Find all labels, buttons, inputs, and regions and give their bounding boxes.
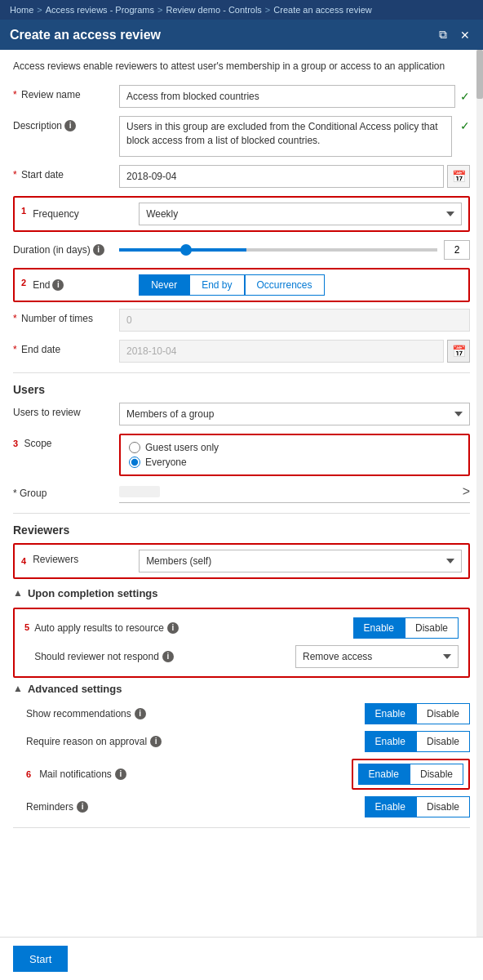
intro-text: Access reviews enable reviewers to attes… bbox=[13, 60, 470, 74]
group-label: * Group bbox=[13, 488, 119, 499]
duration-slider[interactable] bbox=[119, 248, 437, 252]
end-by-button[interactable]: End by bbox=[189, 274, 244, 296]
frequency-select[interactable]: Weekly bbox=[139, 203, 462, 225]
label-6: 6 bbox=[26, 769, 31, 779]
mail-notif-row: 6 Mail notifications i Enable Disable bbox=[13, 759, 470, 790]
scope-guest-option[interactable]: Guest users only bbox=[129, 442, 460, 453]
start-button[interactable]: Start bbox=[13, 946, 68, 972]
footer-bar: Start bbox=[0, 937, 483, 980]
scope-label: 3 Scope bbox=[13, 434, 119, 449]
auto-apply-enable-button[interactable]: Enable bbox=[353, 617, 405, 639]
end-date-row: * End date 📅 bbox=[13, 340, 470, 363]
content-area: Access reviews enable reviewers to attes… bbox=[0, 50, 483, 937]
completion-collapse-header[interactable]: ▲ Upon completion settings bbox=[13, 587, 470, 599]
advanced-section-title: Advanced settings bbox=[28, 683, 122, 695]
page-title: Create an access review bbox=[10, 28, 161, 42]
auto-apply-buttons: Enable Disable bbox=[353, 617, 459, 639]
require-reason-row: Require reason on approval i Enable Disa… bbox=[13, 731, 470, 752]
scope-everyone-option[interactable]: Everyone bbox=[129, 457, 460, 468]
require-reason-enable-button[interactable]: Enable bbox=[365, 731, 416, 752]
mail-notif-info-icon[interactable]: i bbox=[115, 768, 126, 780]
scope-guest-radio[interactable] bbox=[129, 442, 140, 453]
title-bar-actions: ⧉ ✕ bbox=[436, 26, 473, 43]
reviewers-section-box: 4 Reviewers Members (self) bbox=[13, 543, 470, 579]
require-reason-disable-button[interactable]: Disable bbox=[416, 731, 470, 752]
end-label: End i bbox=[33, 279, 139, 291]
number-of-times-row: * Number of times bbox=[13, 309, 470, 332]
show-rec-row: Show recommendations i Enable Disable bbox=[13, 703, 470, 724]
number-of-times-input[interactable] bbox=[119, 309, 470, 332]
reviewers-label: Reviewers bbox=[33, 550, 139, 565]
show-rec-label: Show recommendations i bbox=[26, 708, 365, 719]
review-name-check-icon: ✓ bbox=[460, 90, 470, 103]
frequency-label: Frequency bbox=[33, 208, 139, 220]
group-placeholder bbox=[119, 486, 160, 497]
end-occurrences-button[interactable]: Occurrences bbox=[245, 274, 325, 296]
group-chevron-icon: > bbox=[463, 484, 470, 499]
divider-2 bbox=[13, 513, 470, 514]
restore-button[interactable]: ⧉ bbox=[436, 26, 450, 43]
review-name-input[interactable] bbox=[119, 85, 455, 108]
mail-notif-label: 6 Mail notifications i bbox=[26, 768, 352, 780]
show-rec-info-icon[interactable]: i bbox=[135, 708, 146, 719]
start-date-input[interactable] bbox=[119, 165, 444, 188]
scope-everyone-radio[interactable] bbox=[129, 457, 140, 468]
advanced-collapse-icon: ▲ bbox=[13, 683, 23, 694]
divider-3 bbox=[13, 827, 470, 828]
reviewers-select[interactable]: Members (self) bbox=[139, 550, 462, 572]
scroll-track[interactable] bbox=[476, 50, 483, 937]
start-date-label: * Start date bbox=[13, 165, 119, 180]
reminders-info-icon[interactable]: i bbox=[77, 801, 88, 813]
breadcrumb-home[interactable]: Home bbox=[10, 5, 33, 15]
frequency-section: 1 Frequency Weekly bbox=[13, 196, 470, 232]
not-respond-row: Should reviewer not respond i Remove acc… bbox=[34, 645, 459, 668]
users-to-review-select[interactable]: Members of a group bbox=[119, 403, 470, 425]
description-textarea[interactable]: Users in this group are excluded from th… bbox=[119, 116, 452, 157]
not-respond-select[interactable]: Remove access bbox=[295, 645, 459, 668]
group-value-wrap[interactable]: > bbox=[119, 484, 470, 503]
description-info-icon[interactable]: i bbox=[64, 120, 76, 131]
end-row: End i Never End by Occurrences bbox=[33, 274, 462, 296]
scope-everyone-label: Everyone bbox=[145, 457, 187, 468]
reminders-enable-button[interactable]: Enable bbox=[365, 796, 416, 817]
end-never-button[interactable]: Never bbox=[139, 274, 189, 296]
users-to-review-label: Users to review bbox=[13, 403, 119, 418]
main-window: Home > Access reviews - Programs > Revie… bbox=[0, 0, 483, 980]
scope-row: 3 Scope Guest users only Everyone bbox=[13, 434, 470, 476]
collapse-icon: ▲ bbox=[13, 587, 23, 599]
require-reason-info-icon[interactable]: i bbox=[150, 736, 162, 747]
auto-apply-row: Auto apply results to resource i Enable … bbox=[34, 617, 459, 639]
show-rec-enable-button[interactable]: Enable bbox=[365, 703, 416, 724]
start-date-calendar-icon[interactable]: 📅 bbox=[447, 165, 470, 188]
scope-options: Guest users only Everyone bbox=[119, 434, 470, 476]
auto-apply-label: Auto apply results to resource i bbox=[34, 622, 352, 634]
end-date-input[interactable] bbox=[119, 340, 444, 363]
breadcrumb-controls[interactable]: Review demo - Controls bbox=[166, 5, 261, 15]
breadcrumb-programs[interactable]: Access reviews - Programs bbox=[46, 5, 154, 15]
breadcrumb-current: Create an access review bbox=[273, 5, 371, 15]
mail-notif-enable-button[interactable]: Enable bbox=[358, 764, 410, 785]
completion-box: 5 Auto apply results to resource i Enabl… bbox=[13, 608, 470, 678]
label-1: 1 bbox=[21, 203, 26, 216]
users-section-title: Users bbox=[13, 383, 470, 396]
end-info-icon[interactable]: i bbox=[52, 279, 64, 291]
close-button[interactable]: ✕ bbox=[457, 27, 473, 43]
auto-apply-info-icon[interactable]: i bbox=[167, 622, 179, 634]
reminders-disable-button[interactable]: Disable bbox=[416, 796, 470, 817]
start-date-row: * Start date 📅 bbox=[13, 165, 470, 188]
description-label: Description i bbox=[13, 116, 119, 131]
reviewers-section-title: Reviewers bbox=[13, 523, 470, 537]
review-name-row: * Review name ✓ bbox=[13, 85, 470, 108]
end-date-calendar-icon[interactable]: 📅 bbox=[447, 340, 470, 363]
number-of-times-label: * Number of times bbox=[13, 309, 119, 324]
scroll-thumb[interactable] bbox=[476, 50, 483, 99]
duration-info-icon[interactable]: i bbox=[93, 244, 104, 256]
mail-notif-disable-button[interactable]: Disable bbox=[410, 764, 463, 785]
mail-notif-box: Enable Disable bbox=[352, 759, 470, 790]
divider-1 bbox=[13, 372, 470, 373]
advanced-collapse-header[interactable]: ▲ Advanced settings bbox=[13, 683, 470, 695]
not-respond-info-icon[interactable]: i bbox=[162, 651, 174, 662]
label-4: 4 bbox=[21, 556, 26, 566]
auto-apply-disable-button[interactable]: Disable bbox=[405, 617, 459, 639]
show-rec-disable-button[interactable]: Disable bbox=[416, 703, 470, 724]
